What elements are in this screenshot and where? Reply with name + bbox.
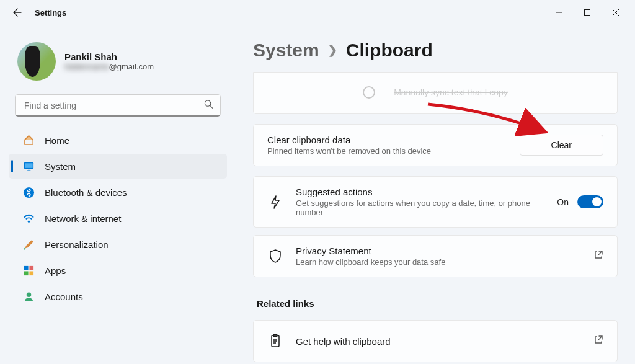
sidebar-item-label: Accounts xyxy=(45,291,83,302)
card-title: Suggested actions xyxy=(296,187,544,197)
svg-point-10 xyxy=(26,292,31,297)
sidebar-item-label: Home xyxy=(45,135,69,146)
external-link-icon xyxy=(593,250,603,262)
card-subtitle: Get suggestions for actions when you cop… xyxy=(296,198,544,217)
search-input[interactable] xyxy=(15,94,221,117)
clear-button[interactable]: Clear xyxy=(520,135,603,156)
suggested-actions-card: Suggested actions Get suggestions for ac… xyxy=(253,176,618,228)
minimize-button[interactable] xyxy=(544,2,573,22)
sidebar-item-label: Personalization xyxy=(45,239,109,250)
account-icon xyxy=(22,290,35,303)
shield-icon xyxy=(267,249,283,264)
wifi-icon xyxy=(22,212,35,224)
app-title: Settings xyxy=(35,8,66,17)
home-icon xyxy=(22,134,35,146)
nav-list: Home System Bluetooth & devices Network … xyxy=(9,128,227,309)
sync-option-label: Manually sync text that I copy xyxy=(394,87,508,97)
user-email: hiddenname@gmail.com xyxy=(64,62,154,71)
chevron-right-icon: ❯ xyxy=(328,43,337,57)
sidebar-item-personalization[interactable]: Personalization xyxy=(9,232,227,257)
clear-clipboard-card: Clear clipboard data Pinned items won't … xyxy=(253,124,618,166)
sidebar-item-label: Network & internet xyxy=(45,213,121,224)
help-card[interactable]: Get help with clipboard xyxy=(253,320,618,362)
sidebar-item-system[interactable]: System xyxy=(9,154,227,179)
sidebar-item-label: Bluetooth & devices xyxy=(45,187,127,198)
svg-point-1 xyxy=(205,100,210,106)
card-title: Get help with clipboard xyxy=(296,336,581,347)
card-title: Privacy Statement xyxy=(296,246,581,256)
svg-rect-9 xyxy=(29,271,33,275)
sidebar-item-bluetooth[interactable]: Bluetooth & devices xyxy=(9,180,227,205)
breadcrumb-current: Clipboard xyxy=(346,40,433,61)
clipboard-icon xyxy=(267,334,283,348)
avatar xyxy=(17,42,56,81)
breadcrumb-parent[interactable]: System xyxy=(253,40,319,61)
back-button[interactable] xyxy=(5,0,30,25)
close-icon xyxy=(612,9,619,16)
svg-point-5 xyxy=(27,220,29,222)
breadcrumb: System ❯ Clipboard xyxy=(253,40,618,61)
sidebar-item-home[interactable]: Home xyxy=(9,128,227,153)
svg-rect-0 xyxy=(585,10,590,16)
card-subtitle: Learn how clipboard keeps your data safe xyxy=(296,257,581,267)
minimize-icon xyxy=(555,9,562,16)
card-title: Clear clipboard data xyxy=(267,135,507,145)
brush-icon xyxy=(22,238,35,251)
sidebar-item-label: Apps xyxy=(45,265,66,276)
svg-rect-6 xyxy=(24,265,28,270)
apps-icon xyxy=(22,264,35,277)
sidebar-item-apps[interactable]: Apps xyxy=(9,258,227,283)
lightning-icon xyxy=(267,195,283,210)
system-icon xyxy=(22,160,35,172)
sidebar-item-network[interactable]: Network & internet xyxy=(9,206,227,231)
toggle-label: On xyxy=(557,197,569,207)
sidebar-item-label: System xyxy=(45,161,76,172)
maximize-button[interactable] xyxy=(573,2,602,22)
bluetooth-icon xyxy=(22,186,35,198)
sidebar-item-accounts[interactable]: Accounts xyxy=(9,284,227,309)
external-link-icon xyxy=(593,335,603,347)
radio-icon[interactable] xyxy=(363,86,375,99)
svg-rect-3 xyxy=(25,163,32,168)
svg-rect-8 xyxy=(24,271,28,275)
suggested-actions-toggle[interactable] xyxy=(577,195,603,208)
sync-option-card: Manually sync text that I copy xyxy=(253,72,618,114)
arrow-left-icon xyxy=(12,7,22,17)
user-block[interactable]: Pankil Shah hiddenname@gmail.com xyxy=(9,31,227,94)
related-links-header: Related links xyxy=(257,298,614,309)
titlebar: Settings xyxy=(0,0,635,25)
window-controls xyxy=(544,2,630,22)
sidebar: Pankil Shah hiddenname@gmail.com Home Sy… xyxy=(0,25,236,364)
search-icon xyxy=(204,100,213,112)
close-button[interactable] xyxy=(602,2,630,22)
svg-rect-7 xyxy=(29,265,33,270)
user-name: Pankil Shah xyxy=(64,51,154,62)
maximize-icon xyxy=(584,9,591,16)
main-content: System ❯ Clipboard Manually sync text th… xyxy=(236,25,635,364)
card-subtitle: Pinned items won't be removed on this de… xyxy=(267,146,507,156)
search-box xyxy=(15,94,221,117)
privacy-statement-card[interactable]: Privacy Statement Learn how clipboard ke… xyxy=(253,235,618,277)
